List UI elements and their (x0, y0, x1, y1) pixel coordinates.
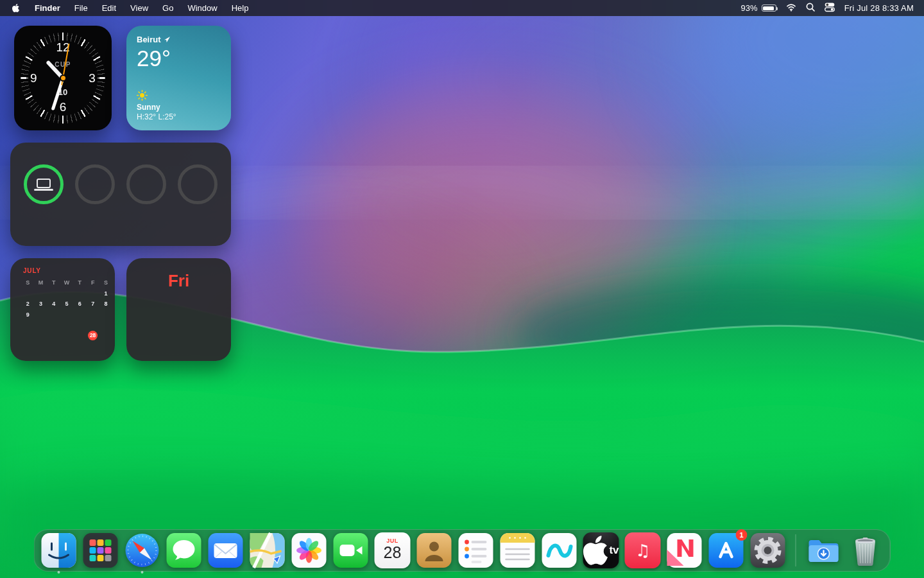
dock-app-facetime[interactable] (333, 532, 369, 568)
laptop-icon (34, 179, 53, 191)
dock-app-contacts[interactable] (416, 532, 452, 568)
calendar-date: 9 (21, 310, 34, 320)
calendar-day-header: T (73, 277, 86, 288)
clock-number-9: 9 (30, 71, 37, 85)
spotlight-search-icon[interactable] (806, 3, 815, 13)
calendar-day-header: T (47, 277, 60, 288)
calendar-day-header: S (21, 277, 34, 288)
menu-item-window[interactable]: Window (180, 0, 224, 16)
apple-menu-icon[interactable] (10, 3, 28, 13)
wifi-icon[interactable] (786, 3, 796, 13)
calendar-day-header: M (34, 277, 47, 288)
dock-app-messages[interactable] (166, 532, 202, 568)
calendar-date (34, 310, 47, 320)
dock-trash[interactable] (848, 532, 884, 568)
dock-app-mail[interactable] (208, 532, 244, 568)
dock-app-maps[interactable] (250, 532, 286, 568)
calendar-date: 7 (86, 299, 99, 310)
menu-item-go[interactable]: Go (155, 0, 180, 16)
calendar-date (73, 331, 86, 342)
calendar-day-header: W (60, 277, 73, 288)
dock-app-launchpad[interactable] (83, 532, 119, 568)
menu-item-app[interactable]: Finder (28, 0, 67, 16)
calendar-date (47, 310, 60, 320)
dock-app-music[interactable]: ♫ (625, 532, 661, 568)
notification-badge: 1 (736, 529, 748, 541)
dock-app-freeform[interactable] (542, 532, 578, 568)
calendar-date (60, 288, 73, 299)
calendar-date (73, 320, 86, 331)
calendar-grid: SMTWTFS12345678928 (21, 277, 115, 341)
battery-percent-label: 93% (741, 3, 758, 13)
calendar-date (99, 310, 112, 320)
weather-widget[interactable]: Beirut 29° Sunny H:32° L:25° (126, 26, 231, 130)
menu-item-view[interactable]: View (123, 0, 155, 16)
battery-ring-empty (178, 164, 218, 204)
dock-folder-downloads[interactable] (806, 532, 842, 568)
dock-app-settings[interactable] (750, 532, 786, 568)
calendar-date (99, 331, 112, 342)
menu-item-edit[interactable]: Edit (95, 0, 123, 16)
calendar-date: 6 (73, 299, 86, 310)
calendar-date (47, 320, 60, 331)
clock-widget[interactable]: 12 3 6 9 CUP 10 (14, 26, 112, 130)
dock-app-calendar[interactable]: JUL 28 (375, 532, 411, 568)
menu-status-area: 93% Fri Jul 28 8:33 AM (741, 2, 914, 14)
dock: JUL 28 (34, 529, 891, 572)
calendar-date (60, 320, 73, 331)
apple-logo-icon (583, 532, 608, 568)
battery-status[interactable]: 93% (741, 3, 776, 13)
calendar-date: 4 (47, 299, 60, 310)
battery-ring-empty (75, 164, 115, 204)
weather-location-label: Beirut (137, 35, 161, 44)
dock-app-finder[interactable] (41, 532, 77, 568)
calendar-date: 1 (99, 288, 112, 299)
dock-app-notes[interactable] (500, 532, 536, 568)
calendar-date (21, 288, 34, 299)
calendar-date (73, 310, 86, 320)
calendar-date: 3 (34, 299, 47, 310)
battery-ring-laptop (24, 164, 64, 204)
calendar-day-widget[interactable]: Fri (126, 258, 231, 361)
menu-bar-clock[interactable]: Fri Jul 28 8:33 AM (844, 3, 914, 13)
dock-app-reminders[interactable] (458, 532, 494, 568)
calendar-date (34, 331, 47, 342)
calendar-date (86, 310, 99, 320)
dock-app-safari[interactable] (124, 532, 160, 568)
calendar-date (47, 331, 60, 342)
clock-number-6: 6 (60, 100, 67, 114)
calendar-month-label: JULY (23, 267, 115, 274)
calendar-month-widget[interactable]: JULY SMTWTFS12345678928 (10, 258, 115, 361)
menu-left: Finder File Edit View Go Window Help (10, 0, 255, 16)
dock-app-news[interactable] (667, 532, 703, 568)
calendar-date (21, 320, 34, 331)
battery-widget[interactable] (10, 143, 231, 246)
calendar-today-badge: 28 (88, 331, 98, 340)
dock-app-appstore[interactable]: 1 (708, 532, 744, 568)
menu-item-help[interactable]: Help (225, 0, 256, 16)
calendar-date: 2 (21, 299, 34, 310)
dock-app-photos[interactable] (291, 532, 327, 568)
clock-center-cap (61, 76, 65, 80)
calendar-date (86, 288, 99, 299)
menu-item-file[interactable]: File (67, 0, 95, 16)
battery-ring-empty (126, 164, 166, 204)
calendar-date: 8 (99, 299, 112, 310)
calendar-icon-day: 28 (384, 545, 402, 561)
weather-high-low: H:32° L:25° (137, 112, 221, 121)
clock-number-3: 3 (89, 71, 96, 85)
calendar-date (34, 288, 47, 299)
weather-temperature: 29° (137, 46, 221, 71)
calendar-date (86, 320, 99, 331)
dock-app-appletv[interactable]: tv (583, 532, 619, 568)
clock-city-label: CUP (55, 61, 71, 68)
appletv-label: tv (609, 544, 619, 557)
calendar-date (21, 331, 34, 342)
calendar-day-header: F (86, 277, 99, 288)
calendar-date (60, 310, 73, 320)
calendar-date: 5 (60, 299, 73, 310)
music-note-icon: ♫ (635, 541, 650, 560)
calendar-date (34, 320, 47, 331)
control-center-icon[interactable] (825, 2, 835, 14)
calendar-date (47, 288, 60, 299)
